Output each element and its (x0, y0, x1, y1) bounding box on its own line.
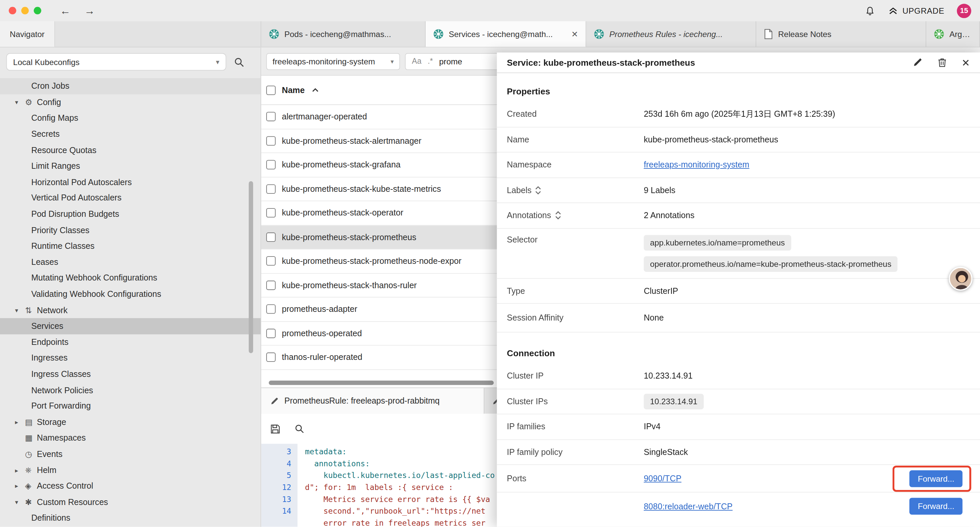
chevron-down-icon[interactable]: ▾ (15, 307, 25, 314)
tab-close-icon[interactable]: ✕ (571, 29, 578, 39)
delete-trash-icon[interactable] (937, 57, 947, 67)
sidebar-item-access-control[interactable]: ▸◈Access Control (0, 478, 261, 494)
chevron-down-icon[interactable]: ▾ (15, 99, 25, 106)
sidebar-item-horizontal-pod-autoscalers[interactable]: Horizontal Pod Autoscalers (0, 174, 261, 190)
avatar[interactable] (949, 267, 972, 291)
row-checkbox[interactable] (266, 280, 275, 290)
minimize-window-button[interactable] (21, 7, 29, 14)
row-checkbox[interactable] (266, 160, 275, 169)
dock-tab-prometheusrule[interactable]: PrometheusRule: freeleaps-prod-rabbitmq (261, 388, 484, 414)
row-checkbox[interactable] (266, 136, 275, 145)
sidebar-item-leases[interactable]: Leases (0, 254, 261, 270)
sidebar-item-events[interactable]: ◷Events (0, 446, 261, 462)
sidebar-item-custom-resources[interactable]: ▾✱Custom Resources (0, 494, 261, 510)
name-column-header[interactable]: Name (282, 85, 305, 95)
select-all-checkbox[interactable] (266, 85, 275, 95)
sidebar-item-label: Ingresses (31, 353, 68, 363)
sidebar-item-port-forwarding[interactable]: Port Forwarding (0, 398, 261, 414)
kubeconfig-select[interactable]: Local Kubeconfigs ▾ (6, 53, 226, 70)
sidebar-item-config-maps[interactable]: Config Maps (0, 110, 261, 126)
sidebar-item-mutating-webhook-configurations[interactable]: Mutating Webhook Configurations (0, 270, 261, 286)
chevron-down-icon[interactable]: ▾ (15, 498, 25, 506)
back-button[interactable]: ← (60, 5, 71, 16)
upgrade-button[interactable]: UPGRADE (888, 6, 944, 16)
sort-asc-icon[interactable] (312, 88, 319, 92)
regex-toggle[interactable]: .* (428, 57, 433, 66)
chevron-right-icon[interactable]: ▸ (15, 419, 25, 426)
port-row-8080: 8080:reloader-web/TCP Forward... (497, 492, 980, 520)
notification-count-badge[interactable]: 15 (957, 3, 971, 18)
sidebar-item-validating-webhook-configurations[interactable]: Validating Webhook Configurations (0, 286, 261, 302)
sidebar-scrollbar[interactable] (249, 181, 253, 353)
sidebar-item-ingresses[interactable]: Ingresses (0, 350, 261, 366)
sidebar-item-secrets[interactable]: Secrets (0, 126, 261, 142)
notifications-bell-icon[interactable] (864, 5, 876, 16)
save-icon[interactable] (270, 423, 280, 434)
upgrade-chevrons-icon (888, 6, 898, 16)
sidebar-item-resource-quotas[interactable]: Resource Quotas (0, 142, 261, 158)
sidebar-item-pod-disruption-budgets[interactable]: Pod Disruption Budgets (0, 206, 261, 222)
sidebar-item-limit-ranges[interactable]: Limit Ranges (0, 158, 261, 174)
port-link[interactable]: 9090/TCP (644, 474, 681, 483)
sidebar-item-label: Services (31, 321, 64, 331)
chevron-right-icon[interactable]: ▸ (15, 466, 25, 474)
document-icon (764, 29, 773, 39)
row-checkbox[interactable] (266, 353, 275, 362)
row-checkbox[interactable] (266, 256, 275, 266)
forward-button[interactable]: Forward... (910, 470, 963, 487)
match-case-toggle[interactable]: Aa (412, 57, 422, 66)
sidebar-item-helm[interactable]: ▸⎈Helm (0, 462, 261, 478)
namespace-link[interactable]: freeleaps-monitoring-system (644, 160, 749, 169)
tab-prometheus-rules[interactable]: Prometheus Rules - icecheng... (586, 21, 757, 47)
tab-pods[interactable]: Pods - icecheng@mathmas... (261, 21, 426, 47)
sidebar-item-label: Custom Resources (37, 497, 108, 507)
port-link[interactable]: 8080:reloader-web/TCP (644, 502, 732, 511)
tab-release-notes[interactable]: Release Notes (756, 21, 926, 47)
row-checkbox[interactable] (266, 232, 275, 242)
row-checkbox[interactable] (266, 304, 275, 314)
chevron-right-icon[interactable]: ▸ (15, 482, 25, 490)
edit-pencil-icon[interactable] (912, 57, 922, 67)
chevron-down-icon: ▾ (216, 58, 219, 66)
sidebar-item-label: Priority Classes (31, 226, 89, 235)
namespace-select[interactable]: freeleaps-monitoring-system ▾ (266, 53, 400, 70)
expand-collapse-icon[interactable] (555, 211, 561, 220)
sidebar-search-icon[interactable] (234, 57, 245, 67)
tab-argo[interactable]: Argo S... (926, 21, 980, 47)
horizontal-scrollbar[interactable] (269, 381, 494, 385)
sidebar-item-priority-classes[interactable]: Priority Classes (0, 222, 261, 238)
navigator-panel-tab[interactable]: Navigator (0, 21, 55, 47)
navigator-sidebar: Local Kubeconfigs ▾ Cron Jobs▾⚙ConfigCon… (0, 47, 261, 527)
zoom-window-button[interactable] (34, 7, 41, 14)
close-window-button[interactable] (9, 7, 16, 14)
close-drawer-icon[interactable]: ✕ (962, 57, 970, 69)
row-checkbox[interactable] (266, 112, 275, 121)
sidebar-item-namespaces[interactable]: ▦Namespaces (0, 430, 261, 446)
editor-search-icon[interactable] (294, 424, 305, 434)
sidebar-item-ingress-classes[interactable]: Ingress Classes (0, 366, 261, 382)
sidebar-item-label: Events (37, 449, 63, 459)
type-value: ClusterIP (644, 286, 678, 296)
row-checkbox[interactable] (266, 208, 275, 218)
sidebar-item-label: Port Forwarding (31, 401, 91, 411)
sidebar-item-runtime-classes[interactable]: Runtime Classes (0, 238, 261, 254)
annotations-value: 2 Annotations (644, 211, 694, 220)
tab-label: Pods - icecheng@mathmas... (285, 29, 391, 39)
forward-button[interactable]: Forward... (910, 498, 963, 515)
forward-button[interactable]: → (84, 5, 95, 16)
sidebar-item-label: Runtime Classes (31, 242, 95, 251)
row-checkbox[interactable] (266, 184, 275, 193)
ports-label: Ports (507, 474, 644, 483)
sidebar-item-config[interactable]: ▾⚙Config (0, 94, 261, 110)
sidebar-item-endpoints[interactable]: Endpoints (0, 334, 261, 350)
sidebar-item-network-policies[interactable]: Network Policies (0, 382, 261, 398)
sidebar-item-storage[interactable]: ▸▤Storage (0, 414, 261, 430)
sidebar-item-vertical-pod-autoscalers[interactable]: Vertical Pod Autoscalers (0, 190, 261, 206)
sidebar-item-cron-jobs[interactable]: Cron Jobs (0, 78, 261, 94)
tab-services[interactable]: Services - icecheng@math... ✕ (426, 21, 586, 47)
sidebar-item-definitions[interactable]: Definitions (0, 510, 261, 526)
expand-collapse-icon[interactable] (535, 185, 542, 195)
sidebar-item-services[interactable]: Services (0, 318, 261, 334)
row-checkbox[interactable] (266, 328, 275, 338)
sidebar-item-network[interactable]: ▾⇅Network (0, 302, 261, 318)
